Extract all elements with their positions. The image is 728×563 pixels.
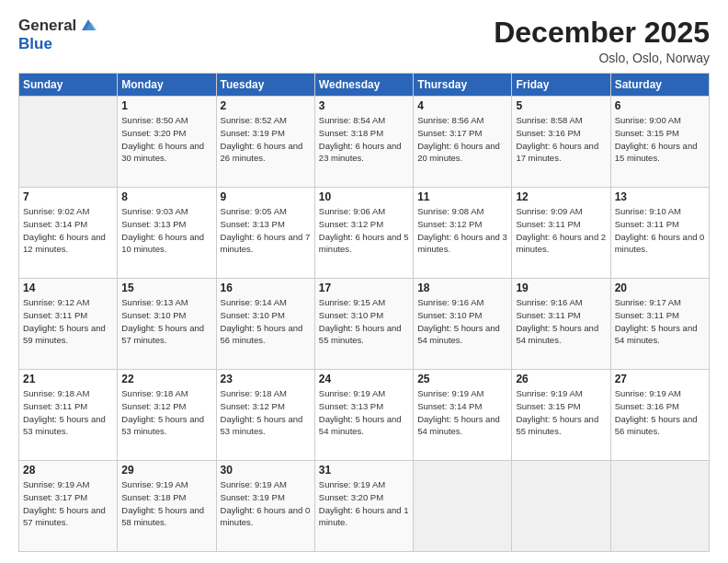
day-number: 31 (319, 464, 409, 477)
calendar-cell: 28Sunrise: 9:19 AMSunset: 3:17 PMDayligh… (19, 461, 118, 552)
day-number: 29 (121, 464, 211, 477)
day-number: 6 (615, 99, 705, 112)
calendar-week-row: 21Sunrise: 9:18 AMSunset: 3:11 PMDayligh… (19, 370, 710, 461)
day-number: 25 (417, 373, 507, 385)
day-number: 4 (417, 99, 507, 112)
calendar-cell: 2Sunrise: 8:52 AMSunset: 3:19 PMDaylight… (216, 97, 314, 188)
calendar-cell: 12Sunrise: 9:09 AMSunset: 3:11 PMDayligh… (512, 188, 610, 279)
calendar-cell: 8Sunrise: 9:03 AMSunset: 3:13 PMDaylight… (118, 188, 216, 279)
day-info: Sunrise: 9:18 AMSunset: 3:12 PMDaylight:… (221, 387, 311, 438)
calendar-cell: 31Sunrise: 9:19 AMSunset: 3:20 PMDayligh… (314, 461, 413, 552)
day-number: 16 (221, 282, 311, 294)
day-number: 27 (615, 373, 705, 385)
day-info: Sunrise: 9:19 AMSunset: 3:13 PMDaylight:… (319, 387, 409, 438)
calendar-cell: 14Sunrise: 9:12 AMSunset: 3:11 PMDayligh… (19, 279, 118, 370)
day-number: 14 (23, 282, 113, 294)
day-number: 8 (121, 190, 211, 203)
day-number: 19 (516, 282, 606, 294)
day-info: Sunrise: 9:10 AMSunset: 3:11 PMDaylight:… (615, 205, 705, 256)
day-info: Sunrise: 9:18 AMSunset: 3:11 PMDaylight:… (23, 387, 113, 438)
day-number: 3 (319, 99, 409, 112)
calendar-cell: 24Sunrise: 9:19 AMSunset: 3:13 PMDayligh… (314, 370, 413, 461)
page: General Blue December 2025 Oslo, Oslo, N… (0, 0, 728, 563)
logo: General Blue (18, 17, 98, 53)
day-info: Sunrise: 8:56 AMSunset: 3:17 PMDaylight:… (417, 114, 507, 165)
calendar-cell: 11Sunrise: 9:08 AMSunset: 3:12 PMDayligh… (414, 188, 512, 279)
day-info: Sunrise: 9:15 AMSunset: 3:10 PMDaylight:… (319, 296, 409, 347)
calendar-week-row: 14Sunrise: 9:12 AMSunset: 3:11 PMDayligh… (19, 279, 710, 370)
day-info: Sunrise: 9:19 AMSunset: 3:20 PMDaylight:… (319, 478, 409, 529)
calendar-cell: 13Sunrise: 9:10 AMSunset: 3:11 PMDayligh… (610, 188, 709, 279)
calendar-cell: 16Sunrise: 9:14 AMSunset: 3:10 PMDayligh… (216, 279, 314, 370)
day-number: 22 (121, 373, 211, 385)
day-number: 20 (615, 282, 705, 294)
calendar-cell (19, 97, 118, 188)
logo-blue-text: Blue (18, 35, 52, 52)
day-of-week-header: Tuesday (216, 74, 314, 97)
day-info: Sunrise: 9:03 AMSunset: 3:13 PMDaylight:… (121, 205, 211, 256)
day-of-week-header: Thursday (414, 74, 512, 97)
day-number: 18 (417, 282, 507, 294)
location: Oslo, Oslo, Norway (494, 51, 710, 65)
day-number: 28 (23, 464, 113, 477)
day-info: Sunrise: 8:52 AMSunset: 3:19 PMDaylight:… (221, 114, 311, 165)
day-number: 12 (516, 190, 606, 203)
calendar-cell: 15Sunrise: 9:13 AMSunset: 3:10 PMDayligh… (118, 279, 216, 370)
calendar-cell: 18Sunrise: 9:16 AMSunset: 3:10 PMDayligh… (414, 279, 512, 370)
calendar-week-row: 1Sunrise: 8:50 AMSunset: 3:20 PMDaylight… (19, 97, 710, 188)
day-info: Sunrise: 9:19 AMSunset: 3:17 PMDaylight:… (23, 478, 113, 529)
day-info: Sunrise: 9:19 AMSunset: 3:16 PMDaylight:… (615, 387, 705, 438)
calendar-cell: 5Sunrise: 8:58 AMSunset: 3:16 PMDaylight… (512, 97, 610, 188)
calendar-header-row: SundayMondayTuesdayWednesdayThursdayFrid… (19, 74, 710, 97)
calendar-cell: 20Sunrise: 9:17 AMSunset: 3:11 PMDayligh… (610, 279, 709, 370)
day-of-week-header: Sunday (19, 74, 118, 97)
calendar-table: SundayMondayTuesdayWednesdayThursdayFrid… (18, 73, 710, 552)
day-number: 15 (121, 282, 211, 294)
calendar-cell: 29Sunrise: 9:19 AMSunset: 3:18 PMDayligh… (118, 461, 216, 552)
calendar-cell: 21Sunrise: 9:18 AMSunset: 3:11 PMDayligh… (19, 370, 118, 461)
day-info: Sunrise: 9:19 AMSunset: 3:19 PMDaylight:… (221, 478, 311, 529)
month-title: December 2025 (494, 17, 710, 49)
day-number: 24 (319, 373, 409, 385)
day-info: Sunrise: 9:19 AMSunset: 3:15 PMDaylight:… (516, 387, 606, 438)
calendar-cell: 1Sunrise: 8:50 AMSunset: 3:20 PMDaylight… (118, 97, 216, 188)
calendar-week-row: 7Sunrise: 9:02 AMSunset: 3:14 PMDaylight… (19, 188, 710, 279)
day-info: Sunrise: 9:02 AMSunset: 3:14 PMDaylight:… (23, 205, 113, 256)
calendar-cell: 6Sunrise: 9:00 AMSunset: 3:15 PMDaylight… (610, 97, 709, 188)
calendar-cell: 3Sunrise: 8:54 AMSunset: 3:18 PMDaylight… (314, 97, 413, 188)
day-info: Sunrise: 9:08 AMSunset: 3:12 PMDaylight:… (417, 205, 507, 256)
day-info: Sunrise: 8:50 AMSunset: 3:20 PMDaylight:… (121, 114, 211, 165)
calendar-cell: 19Sunrise: 9:16 AMSunset: 3:11 PMDayligh… (512, 279, 610, 370)
day-number: 13 (615, 190, 705, 203)
day-number: 17 (319, 282, 409, 294)
calendar-cell (610, 461, 709, 552)
logo-general-text: General (18, 17, 76, 35)
day-info: Sunrise: 9:19 AMSunset: 3:14 PMDaylight:… (417, 387, 507, 438)
day-number: 7 (23, 190, 113, 203)
calendar-week-row: 28Sunrise: 9:19 AMSunset: 3:17 PMDayligh… (19, 461, 710, 552)
day-info: Sunrise: 9:12 AMSunset: 3:11 PMDaylight:… (23, 296, 113, 347)
header: General Blue December 2025 Oslo, Oslo, N… (18, 17, 710, 65)
day-info: Sunrise: 9:17 AMSunset: 3:11 PMDaylight:… (615, 296, 705, 347)
calendar-cell: 17Sunrise: 9:15 AMSunset: 3:10 PMDayligh… (314, 279, 413, 370)
calendar-cell: 27Sunrise: 9:19 AMSunset: 3:16 PMDayligh… (610, 370, 709, 461)
day-info: Sunrise: 9:14 AMSunset: 3:10 PMDaylight:… (221, 296, 311, 347)
calendar-cell (512, 461, 610, 552)
day-number: 11 (417, 190, 507, 203)
calendar-cell: 4Sunrise: 8:56 AMSunset: 3:17 PMDaylight… (414, 97, 512, 188)
calendar-cell: 26Sunrise: 9:19 AMSunset: 3:15 PMDayligh… (512, 370, 610, 461)
calendar-cell: 7Sunrise: 9:02 AMSunset: 3:14 PMDaylight… (19, 188, 118, 279)
logo-icon (78, 17, 98, 34)
calendar-cell: 23Sunrise: 9:18 AMSunset: 3:12 PMDayligh… (216, 370, 314, 461)
day-info: Sunrise: 9:06 AMSunset: 3:12 PMDaylight:… (319, 205, 409, 256)
day-info: Sunrise: 8:54 AMSunset: 3:18 PMDaylight:… (319, 114, 409, 165)
day-info: Sunrise: 9:13 AMSunset: 3:10 PMDaylight:… (121, 296, 211, 347)
day-number: 10 (319, 190, 409, 203)
calendar-cell: 9Sunrise: 9:05 AMSunset: 3:13 PMDaylight… (216, 188, 314, 279)
calendar-cell: 10Sunrise: 9:06 AMSunset: 3:12 PMDayligh… (314, 188, 413, 279)
day-info: Sunrise: 9:16 AMSunset: 3:11 PMDaylight:… (516, 296, 606, 347)
day-number: 30 (221, 464, 311, 477)
day-number: 26 (516, 373, 606, 385)
day-info: Sunrise: 9:16 AMSunset: 3:10 PMDaylight:… (417, 296, 507, 347)
day-number: 9 (221, 190, 311, 203)
